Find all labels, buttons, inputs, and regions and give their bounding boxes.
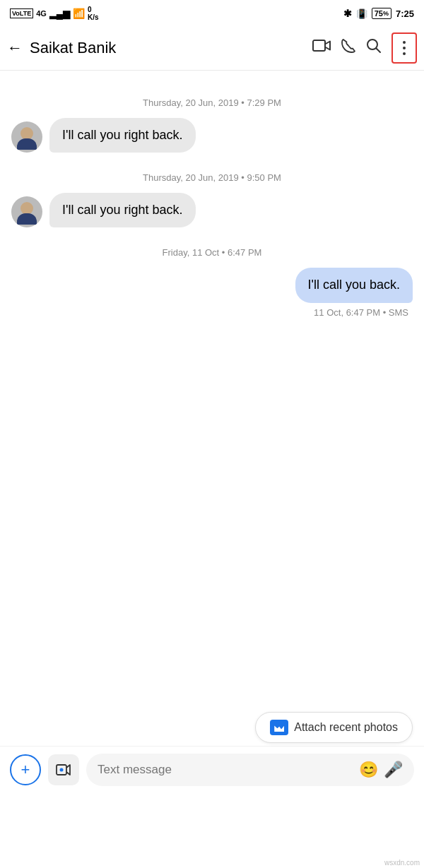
phone-call-icon[interactable]: [341, 38, 356, 58]
time-label: 7:25: [396, 8, 414, 19]
message-row: I'll call you right back.: [11, 193, 413, 227]
avatar-image: [11, 196, 42, 227]
share-button[interactable]: [48, 754, 79, 785]
timestamp-3: Friday, 11 Oct • 6:47 PM: [11, 247, 413, 258]
bluetooth-icon: ✱: [343, 8, 352, 19]
network-speed: 0 K/s: [88, 6, 99, 21]
timestamp-2: Thursday, 20 Jun, 2019 • 9:50 PM: [11, 172, 413, 183]
attach-recent-photos-button[interactable]: Attach recent photos: [255, 712, 413, 743]
avatar-image: [11, 121, 42, 153]
svg-line-2: [377, 48, 381, 52]
signal-bars-icon: ▂▄▆: [49, 8, 70, 19]
contact-name: Saikat Banik: [30, 39, 312, 57]
received-bubble: I'll call you right back.: [49, 118, 196, 153]
text-message-input[interactable]: [98, 763, 353, 777]
input-bar: + 😊 🎤: [0, 746, 424, 796]
svg-point-4: [60, 768, 64, 772]
watermark: wsxdn.com: [384, 859, 420, 867]
message-row: I'll call you back.: [11, 268, 413, 302]
sent-meta: 11 Oct, 6:47 PM • SMS: [11, 307, 408, 318]
emoji-button[interactable]: 😊: [359, 761, 378, 779]
attach-label: Attach recent photos: [294, 721, 398, 734]
received-bubble: I'll call you right back.: [49, 193, 196, 227]
timestamp-1: Thursday, 20 Jun, 2019 • 7:29 PM: [11, 97, 413, 108]
vibrate-icon: 📳: [356, 8, 367, 19]
status-left: VoLTE 4G ▂▄▆ 📶 0 K/s: [10, 6, 99, 21]
battery-level: 75: [375, 9, 383, 18]
text-input-wrapper: 😊 🎤: [86, 754, 414, 786]
signal-label: 4G: [36, 9, 47, 18]
wifi-icon: 📶: [73, 8, 85, 19]
header-icons: [312, 32, 417, 64]
more-options-button[interactable]: [391, 32, 417, 64]
video-call-icon[interactable]: [312, 39, 331, 57]
plus-icon: +: [21, 761, 30, 779]
status-bar: VoLTE 4G ▂▄▆ 📶 0 K/s ✱ 📳 75 % 7:25: [0, 0, 424, 25]
volte-label: VoLTE: [10, 8, 33, 18]
attach-photo-icon: [270, 720, 288, 735]
add-button[interactable]: +: [10, 754, 41, 785]
attach-bar: Attach recent photos: [0, 706, 424, 746]
three-dots-icon: [403, 41, 406, 55]
search-icon[interactable]: [366, 38, 382, 58]
avatar: [11, 121, 42, 153]
status-right: ✱ 📳 75 % 7:25: [343, 8, 414, 19]
battery-icon: 75 %: [372, 8, 391, 19]
chat-area: Thursday, 20 Jun, 2019 • 7:29 PM I'll ca…: [0, 71, 424, 706]
message-row: I'll call you right back.: [11, 118, 413, 153]
sent-bubble: I'll call you back.: [295, 268, 413, 302]
avatar: [11, 196, 42, 227]
back-button[interactable]: ←: [7, 36, 30, 60]
chat-header: ← Saikat Banik: [0, 25, 424, 71]
mic-button[interactable]: 🎤: [384, 761, 403, 779]
svg-rect-0: [313, 40, 325, 51]
